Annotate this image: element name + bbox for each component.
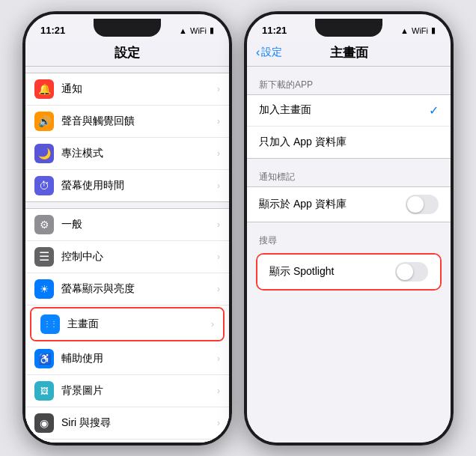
right-content: 新下載的APP 加入主畫面 ✓ 只加入 App 資料庫 通知標記 顯示於 App [247,67,451,443]
screen-time-icon: ⏱ [34,176,54,195]
add-to-home-label: 加入主畫面 [259,103,311,117]
accessibility-label: 輔助使用 [61,352,217,365]
focus-icon: 🌙 [34,144,54,163]
notification-badge-section: 通知標記 顯示於 App 資料庫 [247,159,451,222]
search-header: 搜尋 [247,222,451,250]
chevron-home: › [211,319,214,329]
left-nav-title: 設定 [115,46,140,60]
list-item-wallpaper[interactable]: 🖼 背景圖片 › [25,375,229,407]
notifications-label: 通知 [61,82,217,96]
accessibility-icon: ♿ [34,349,54,368]
section-2: ⚙ 一般 › ☰ 控制中心 › ☀ 螢幕顯示與亮度 › [25,208,229,443]
notch-right [315,19,382,37]
new-app-group: 加入主畫面 ✓ 只加入 App 資料庫 [247,94,451,159]
list-item-siri[interactable]: ◉ Siri 與搜尋 › [25,407,229,440]
new-app-header: 新下載的APP [247,67,451,94]
control-label: 控制中心 [61,250,217,264]
list-item-screen-time[interactable]: ⏱ 螢幕使用時間 › [25,170,229,201]
list-item-focus[interactable]: 🌙 專注模式 › [25,138,229,170]
time-right: 11:21 [262,25,287,36]
siri-label: Siri 與搜尋 [61,416,217,430]
battery-icon: ▮ [210,25,214,35]
left-nav-bar: 設定 [25,41,229,67]
list-item-notifications[interactable]: 🔔 通知 › [25,73,229,106]
chevron-screen-time: › [217,180,220,191]
chevron-notifications: › [217,84,220,94]
home-screen-highlight: ⋮⋮ 主畫面 › [30,307,225,341]
show-spotlight-label: 顯示 Spotlight [269,265,334,279]
app-library-toggle[interactable] [406,195,439,214]
chevron-accessibility: › [217,353,220,364]
spotlight-highlight: 顯示 Spotlight [256,253,442,291]
chevron-sound: › [217,116,220,127]
chevron-control: › [217,252,220,262]
list-item-display[interactable]: ☀ 螢幕顯示與亮度 › [25,273,229,305]
right-nav-title: 主畫面 [330,44,368,61]
screen-time-label: 螢幕使用時間 [61,179,217,192]
sound-label: 聲音與觸覺回饋 [61,115,217,128]
display-label: 螢幕顯示與亮度 [61,282,217,296]
list-item-accessibility[interactable]: ♿ 輔助使用 › [25,343,229,375]
home-label: 主畫面 [67,317,211,331]
settings-list: 🔔 通知 › 🔊 聲音與觸覺回饋 › 🌙 專注模式 › [25,73,229,443]
back-label: 設定 [261,46,282,59]
home-icon: ⋮⋮ [40,314,60,334]
list-item-control[interactable]: ☰ 控制中心 › [25,241,229,273]
back-button[interactable]: ‹ 設定 [256,46,282,59]
show-app-library-label: 顯示於 App 資料庫 [259,198,347,211]
wifi-icon: WiFi [190,26,207,35]
signal-icon: ▲ [179,26,187,35]
app-library-only-row[interactable]: 只加入 App 資料庫 [247,127,451,158]
time-left: 11:21 [40,25,65,36]
signal-icon-right: ▲ [400,26,409,35]
badge-header: 通知標記 [247,159,451,186]
search-group: 顯示 Spotlight [247,253,451,291]
list-item-general[interactable]: ⚙ 一般 › [25,209,229,241]
notch [94,19,161,37]
sound-icon: 🔊 [34,112,54,131]
chevron-focus: › [217,148,220,159]
show-app-library-row[interactable]: 顯示於 App 資料庫 [247,187,451,222]
status-icons-right: ▲ WiFi ▮ [400,25,436,35]
left-phone: 11:21 ▲ WiFi ▮ 設定 🔔 通知 › 🔊 [22,11,232,446]
battery-icon-right: ▮ [431,25,436,35]
wifi-icon-right: WiFi [412,26,428,35]
spotlight-toggle[interactable] [395,262,428,282]
toggle-knob [407,196,424,213]
notifications-icon: 🔔 [34,79,54,99]
chevron-siri: › [217,418,220,428]
list-item-home[interactable]: ⋮⋮ 主畫面 › [31,308,223,340]
display-icon: ☀ [34,279,54,299]
chevron-display: › [217,284,220,294]
new-app-section: 新下載的APP 加入主畫面 ✓ 只加入 App 資料庫 [247,67,451,159]
list-item-sound[interactable]: 🔊 聲音與觸覺回饋 › [25,106,229,138]
section-1: 🔔 通知 › 🔊 聲音與觸覺回饋 › 🌙 專注模式 › [25,73,229,202]
wallpaper-icon: 🖼 [34,381,54,401]
list-item-faceid[interactable]: 🔒 Face ID 與密碼 › [25,440,229,443]
checkmark-icon: ✓ [429,103,439,118]
chevron-wallpaper: › [217,386,220,396]
search-section: 搜尋 顯示 Spotlight [247,222,451,291]
app-library-only-label: 只加入 App 資料庫 [259,136,347,149]
add-to-home-row[interactable]: 加入主畫面 ✓ [247,95,451,127]
focus-label: 專注模式 [61,147,217,160]
wallpaper-label: 背景圖片 [61,384,217,398]
status-icons-left: ▲ WiFi ▮ [179,25,214,35]
left-content: 🔔 通知 › 🔊 聲音與觸覺回饋 › 🌙 專注模式 › [25,67,229,443]
general-label: 一般 [61,218,217,231]
show-spotlight-row[interactable]: 顯示 Spotlight [257,255,440,289]
spotlight-toggle-knob [397,264,413,280]
general-icon: ⚙ [34,215,54,234]
chevron-general: › [217,219,220,230]
control-icon: ☰ [34,247,54,267]
back-chevron-icon: ‹ [256,46,260,59]
siri-icon: ◉ [34,413,54,433]
badge-group: 顯示於 App 資料庫 [247,186,451,222]
right-phone: 11:21 ▲ WiFi ▮ ‹ 設定 主畫面 新下載的APP 加入主畫面 [244,11,454,446]
right-nav-bar: ‹ 設定 主畫面 [247,41,451,67]
